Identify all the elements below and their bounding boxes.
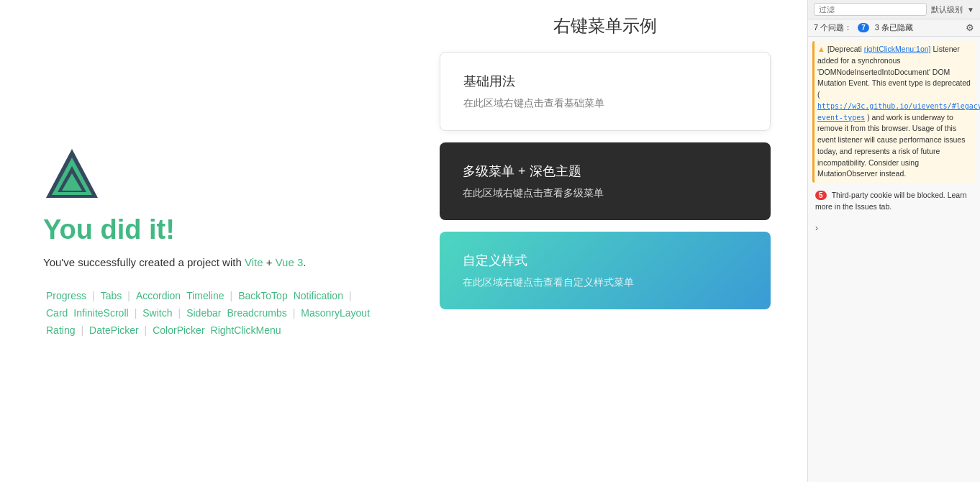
card-multilevel[interactable]: 多级菜单 + 深色主题 在此区域右键点击查看多级菜单 (440, 142, 771, 220)
vite-link[interactable]: Vite (245, 256, 263, 268)
log-link-rightclickmenu[interactable]: rightClickMenu:1on] (864, 45, 931, 53)
log-entry-warning: ▲ [Deprecati rightClickMenu:1on] Listene… (812, 41, 976, 183)
devtools-issues-bar: 7 个问题： 7 3 条已隐藏 ⚙ (808, 19, 980, 37)
hero-title: You did it! (43, 214, 374, 245)
nav-tabs[interactable]: Tabs (98, 288, 125, 303)
nav-sidebar[interactable]: Sidebar (183, 306, 224, 320)
nav-progress[interactable]: Progress (43, 288, 89, 303)
log-entry-error: 5 Third-party cookie will be blocked. Le… (812, 187, 976, 216)
nav-breadcrumbs[interactable]: Breadcrumbs (224, 306, 289, 320)
page-title: 右键菜单示例 (553, 14, 657, 37)
nav-rating[interactable]: Rating (43, 323, 78, 337)
card-custom-desc: 在此区域右键点击查看自定义样式菜单 (463, 276, 748, 289)
devtools-default-label: 默认级别 (931, 4, 963, 15)
issues-badge-blue: 7 (858, 23, 869, 32)
hero-subtitle: You've successfully created a project wi… (43, 254, 374, 271)
nav-datepicker[interactable]: DatePicker (86, 323, 141, 337)
nav-masonrylayout[interactable]: MasonryLayout (298, 306, 373, 320)
card-basic-desc: 在此区域右键点击查看基础菜单 (463, 97, 747, 110)
issues-label: 7 个问题： (814, 22, 852, 33)
main-content: 右键菜单示例 基础用法 在此区域右键点击查看基础菜单 多级菜单 + 深色主题 在… (403, 0, 807, 482)
card-basic-title: 基础用法 (463, 73, 747, 90)
card-custom-title: 自定义样式 (463, 252, 748, 269)
nav-rightclickmenu[interactable]: RightClickMenu (208, 323, 284, 337)
devtools-panel: 默认级别 ▼ 7 个问题： 7 3 条已隐藏 ⚙ ▲ [Deprecati ri… (807, 0, 980, 482)
vue-link[interactable]: Vue 3 (276, 256, 304, 268)
error-badge: 5 (815, 191, 827, 200)
card-basic[interactable]: 基础用法 在此区域右键点击查看基础菜单 (440, 52, 771, 131)
devtools-toolbar: 默认级别 ▼ (808, 0, 980, 19)
card-multilevel-desc: 在此区域右键点击查看多级菜单 (463, 187, 748, 200)
issues-hidden-text: 3 条已隐藏 (875, 22, 913, 33)
nav-colorpicker[interactable]: ColorPicker (150, 323, 207, 337)
devtools-filter-input[interactable] (814, 3, 927, 16)
chevron-down-icon: ▼ (967, 6, 974, 14)
nav-card[interactable]: Card (43, 306, 71, 320)
gear-icon[interactable]: ⚙ (966, 22, 974, 33)
nav-links: Progress | Tabs | Accordion Timeline | B… (43, 288, 374, 337)
nav-backtotop[interactable]: BackToTop (235, 288, 290, 303)
card-custom[interactable]: 自定义样式 在此区域右键点击查看自定义样式菜单 (440, 232, 771, 309)
nav-switch[interactable]: Switch (140, 306, 175, 320)
warning-icon: ▲ (817, 45, 825, 53)
nav-timeline[interactable]: Timeline (183, 288, 227, 303)
devtools-log: ▲ [Deprecati rightClickMenu:1on] Listene… (808, 37, 980, 482)
nav-notification[interactable]: Notification (291, 288, 346, 303)
expand-arrow[interactable]: › (812, 220, 976, 236)
cards-container: 基础用法 在此区域右键点击查看基础菜单 多级菜单 + 深色主题 在此区域右键点击… (440, 52, 771, 309)
vue-logo (43, 145, 101, 203)
card-multilevel-title: 多级菜单 + 深色主题 (463, 163, 748, 180)
log-error-text: Third-party cookie will be blocked. Lear… (815, 191, 967, 211)
left-panel: You did it! You've successfully created … (0, 0, 403, 482)
log-warning-text: [Deprecati rightClickMenu:1on] Listener … (817, 45, 980, 178)
nav-accordion[interactable]: Accordion (133, 288, 183, 303)
nav-infinitescroll[interactable]: InfiniteScroll (71, 306, 131, 320)
